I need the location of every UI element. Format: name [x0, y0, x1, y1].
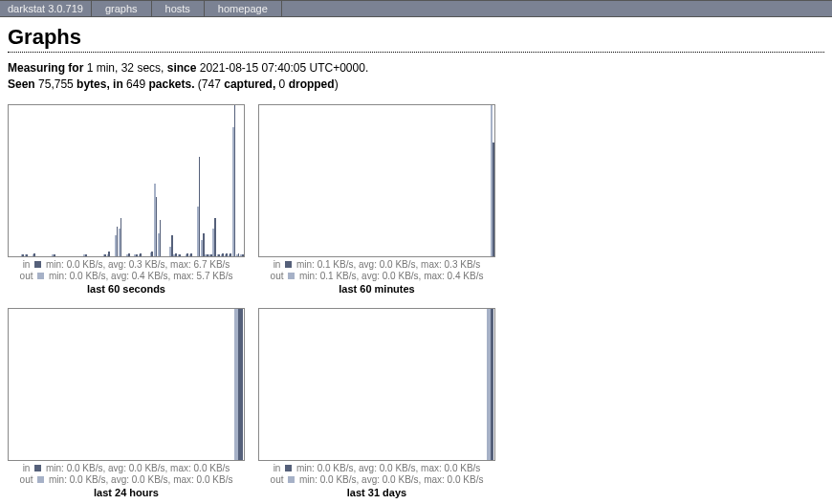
swatch-out-icon: [37, 476, 44, 483]
swatch-in-icon: [34, 465, 41, 471]
legend-hours: in min: 0.0 KB/s, avg: 0.0 KB/s, max: 0.…: [20, 463, 233, 486]
swatch-out-icon: [288, 476, 295, 483]
graph-days: [258, 308, 495, 461]
nav-hosts[interactable]: hosts: [152, 1, 205, 16]
graph-hours: [8, 308, 245, 461]
since-label: since: [167, 61, 197, 75]
seen-packets: 649: [126, 77, 145, 91]
captured-label: captured,: [224, 77, 275, 91]
bytes-label: bytes, in: [77, 77, 123, 91]
seen-label: Seen: [8, 77, 35, 91]
nav-homepage[interactable]: homepage: [205, 1, 282, 16]
graphs-row-2: in min: 0.0 KB/s, avg: 0.0 KB/s, max: 0.…: [8, 308, 824, 498]
graph-title-minutes: last 60 minutes: [339, 283, 414, 295]
graph-block-minutes: in min: 0.1 KB/s, avg: 0.0 KB/s, max: 0.…: [258, 104, 495, 295]
legend-days: in min: 0.0 KB/s, avg: 0.0 KB/s, max: 0.…: [271, 463, 484, 486]
graph-minutes: [258, 104, 495, 257]
graph-title-days: last 31 days: [347, 487, 406, 498]
graph-block-days: in min: 0.0 KB/s, avg: 0.0 KB/s, max: 0.…: [258, 308, 495, 498]
graphs-row-1: in min: 0.0 KB/s, avg: 0.3 KB/s, max: 6.…: [8, 104, 824, 295]
swatch-in-icon: [34, 261, 41, 268]
nav-graphs[interactable]: graphs: [92, 1, 152, 16]
swatch-in-icon: [285, 261, 292, 268]
swatch-out-icon: [37, 273, 44, 279]
measuring-label: Measuring for: [8, 61, 83, 75]
legend-minutes: in min: 0.1 KB/s, avg: 0.0 KB/s, max: 0.…: [271, 259, 484, 282]
title-separator: [8, 52, 824, 53]
page-title: Graphs: [8, 25, 824, 50]
seen-bytes: 75,755: [38, 77, 74, 91]
status-block: Measuring for 1 min, 32 secs, since 2021…: [8, 60, 824, 93]
page-content: Graphs Measuring for 1 min, 32 secs, sin…: [0, 17, 832, 504]
captured-count: 747: [202, 77, 221, 91]
dropped-count: 0: [279, 77, 286, 91]
app-name: darkstat 3.0.719: [0, 1, 92, 16]
swatch-in-icon: [285, 465, 292, 471]
dropped-label: dropped: [289, 77, 335, 91]
packets-label: packets.: [148, 77, 194, 91]
measuring-duration: 1 min, 32 secs: [87, 61, 161, 75]
graph-block-seconds: in min: 0.0 KB/s, avg: 0.3 KB/s, max: 6.…: [8, 104, 245, 295]
top-navbar: darkstat 3.0.719 graphs hosts homepage: [0, 0, 832, 17]
since-time: 2021-08-15 07:40:05 UTC+0000: [200, 61, 365, 75]
swatch-out-icon: [288, 273, 295, 279]
graph-block-hours: in min: 0.0 KB/s, avg: 0.0 KB/s, max: 0.…: [8, 308, 245, 498]
graph-seconds: [8, 104, 245, 257]
legend-seconds: in min: 0.0 KB/s, avg: 0.3 KB/s, max: 6.…: [20, 259, 233, 282]
graph-title-seconds: last 60 seconds: [87, 283, 165, 295]
graph-title-hours: last 24 hours: [94, 487, 159, 498]
